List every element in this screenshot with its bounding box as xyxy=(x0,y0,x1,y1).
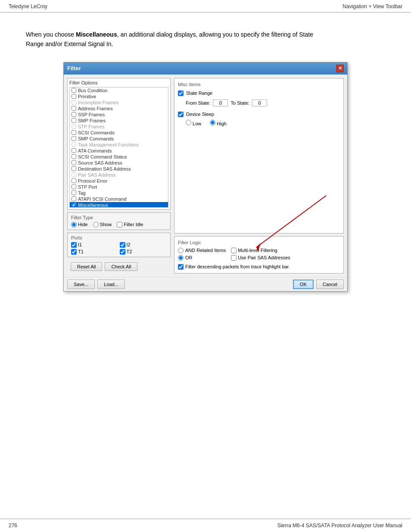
filter-item-label: STP Frames xyxy=(78,124,105,129)
use-pair-checkbox[interactable] xyxy=(231,255,237,261)
filter-logic-checks: Multi-level Filtering Use Pair SAS Addre… xyxy=(231,248,290,261)
filter-list-item[interactable]: STP Frames xyxy=(70,124,168,130)
to-state-input[interactable] xyxy=(252,100,267,106)
close-button[interactable]: ✕ xyxy=(336,65,344,72)
device-sleep-checkbox[interactable] xyxy=(178,112,184,117)
ok-button[interactable]: OK xyxy=(293,280,314,289)
filter-descending-text: Filter descending packets from trace hig… xyxy=(185,264,290,269)
and-related-label[interactable]: AND Related Items xyxy=(178,248,226,253)
low-radio-label[interactable]: Low xyxy=(186,120,201,126)
filter-item-checkbox[interactable] xyxy=(72,172,76,177)
filter-list-item[interactable]: SSP Frames xyxy=(70,112,168,118)
save-button[interactable]: Save... xyxy=(67,280,95,289)
filter-item-checkbox[interactable] xyxy=(72,196,76,201)
filter-item-checkbox[interactable] xyxy=(72,154,76,159)
or-label[interactable]: OR xyxy=(178,255,226,261)
t2-checkbox[interactable] xyxy=(120,249,125,255)
i2-label: I2 xyxy=(127,242,131,247)
filter-item-checkbox[interactable] xyxy=(72,190,76,195)
filter-list-item[interactable]: Task Management Functions xyxy=(70,142,168,148)
filter-item-label: STP Port xyxy=(78,184,97,190)
filter-list-item[interactable]: Bus Condition xyxy=(70,87,168,93)
or-text: OR xyxy=(185,255,193,260)
filter-list[interactable]: Bus ConditionPrimitiveIncomplete FramesA… xyxy=(69,87,168,208)
filter-item-checkbox[interactable] xyxy=(72,118,76,123)
filter-descending-checkbox[interactable] xyxy=(178,264,184,270)
page-footer: 276 Sierra M6-4 SAS/SATA Protocol Analyz… xyxy=(0,519,411,532)
filter-item-checkbox[interactable] xyxy=(72,112,76,117)
filter-list-item[interactable]: STP Port xyxy=(70,184,168,190)
state-range-checkbox[interactable] xyxy=(178,90,184,96)
filter-list-item[interactable]: ATA Commands xyxy=(70,148,168,154)
dialog-title-bar: Filter ✕ xyxy=(64,62,347,75)
from-state-input[interactable] xyxy=(213,100,228,106)
filter-item-checkbox[interactable] xyxy=(72,184,76,189)
filter-list-item[interactable]: Protocol Error xyxy=(70,178,168,184)
misc-items-title: Misc Items xyxy=(178,82,340,87)
filter-item-checkbox[interactable] xyxy=(72,106,76,111)
high-label: High xyxy=(217,121,227,126)
load-button[interactable]: Load... xyxy=(97,280,125,289)
header-right: Navigation + View Toolbar xyxy=(342,3,402,9)
filter-list-item[interactable]: Miscellaneous xyxy=(70,202,168,208)
i2-port: I2 xyxy=(120,242,167,248)
reset-all-button[interactable]: Reset All xyxy=(71,262,102,271)
high-radio-label[interactable]: High xyxy=(210,120,227,126)
i1-port: I1 xyxy=(71,242,118,248)
filter-descending-row: Filter descending packets from trace hig… xyxy=(178,264,340,270)
use-pair-label[interactable]: Use Pair SAS Addresses xyxy=(231,255,290,261)
use-pair-text: Use Pair SAS Addresses xyxy=(238,255,290,260)
filter-list-item[interactable]: Incomplete Frames xyxy=(70,100,168,106)
hide-radio-label[interactable]: Hide xyxy=(71,222,88,227)
ports-grid: I1 I2 T1 T2 xyxy=(71,242,167,255)
filter-list-item[interactable]: Source SAS Address xyxy=(70,160,168,166)
high-radio[interactable] xyxy=(210,120,215,125)
footer-left: Save... Load... xyxy=(67,280,125,289)
filter-item-checkbox[interactable] xyxy=(72,178,76,183)
i1-checkbox[interactable] xyxy=(71,242,77,248)
show-radio-label[interactable]: Show xyxy=(93,222,112,227)
i2-checkbox[interactable] xyxy=(120,242,125,248)
filter-list-item[interactable]: SMP Commands xyxy=(70,136,168,142)
multi-level-text: Multi-level Filtering xyxy=(238,248,277,253)
filter-item-checkbox[interactable] xyxy=(72,136,76,141)
filter-item-checkbox[interactable] xyxy=(72,88,76,93)
dialog-body: Filter Options Bus ConditionPrimitiveInc… xyxy=(64,75,347,277)
filter-item-checkbox[interactable] xyxy=(72,142,76,147)
filter-type-section: Filter Type Hide Show xyxy=(67,212,171,230)
page-header: Teledyne LeCroy Navigation + View Toolba… xyxy=(0,0,411,12)
cancel-button[interactable]: Cancel xyxy=(316,280,344,289)
multi-level-label[interactable]: Multi-level Filtering xyxy=(231,248,290,253)
filter-list-item[interactable]: SCSI Commands xyxy=(70,130,168,136)
filter-list-item[interactable]: SMP Frames xyxy=(70,118,168,124)
check-all-button[interactable]: Check All xyxy=(105,262,137,271)
filter-item-checkbox[interactable] xyxy=(72,94,76,99)
hide-radio[interactable] xyxy=(71,222,77,227)
and-related-radio[interactable] xyxy=(178,248,184,253)
filter-list-item[interactable]: Tag xyxy=(70,190,168,196)
filter-item-checkbox[interactable] xyxy=(72,100,76,105)
low-radio[interactable] xyxy=(186,120,191,125)
show-radio[interactable] xyxy=(93,222,99,227)
state-range-label: State Range xyxy=(186,90,212,96)
filter-idle-label[interactable]: Filter Idle xyxy=(117,222,143,227)
filter-item-checkbox[interactable] xyxy=(72,148,76,153)
filter-list-item[interactable]: ATAPI SCSI Command xyxy=(70,196,168,202)
filter-item-checkbox[interactable] xyxy=(72,130,76,135)
filter-item-checkbox[interactable] xyxy=(72,124,76,129)
filter-item-label: Destination SAS Address xyxy=(78,166,131,171)
filter-list-item[interactable]: SCSI Command Status xyxy=(70,154,168,160)
filter-idle-checkbox[interactable] xyxy=(117,222,122,227)
filter-list-item[interactable]: Pair SAS Address xyxy=(70,172,168,178)
filter-item-checkbox[interactable] xyxy=(72,166,76,171)
t1-checkbox[interactable] xyxy=(71,249,77,255)
filter-logic-radios: AND Related Items OR xyxy=(178,248,226,261)
filter-item-checkbox[interactable] xyxy=(72,160,76,165)
filter-list-item[interactable]: Destination SAS Address xyxy=(70,166,168,172)
or-radio[interactable] xyxy=(178,255,184,261)
filter-list-item[interactable]: Primitive xyxy=(70,93,168,100)
multi-level-checkbox[interactable] xyxy=(231,248,237,253)
filter-logic-title: Filter Logic xyxy=(178,240,340,245)
filter-list-item[interactable]: Address Frames xyxy=(70,106,168,112)
filter-item-checkbox[interactable] xyxy=(72,202,76,207)
